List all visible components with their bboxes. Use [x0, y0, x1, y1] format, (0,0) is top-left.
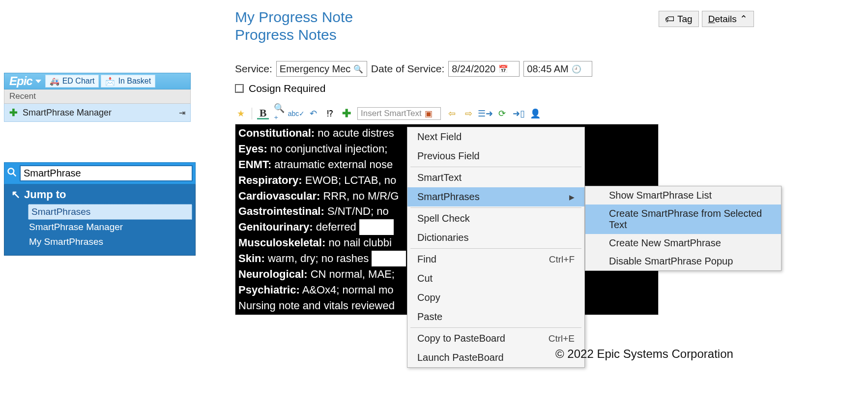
ctx-paste[interactable]: Paste: [407, 307, 584, 326]
context-menu: Next Field Previous Field SmartText Smar…: [407, 127, 585, 368]
ctx-previous-field[interactable]: Previous Field: [407, 146, 584, 166]
zoom-icon[interactable]: 🔍⁺: [274, 108, 286, 119]
smarttext-input[interactable]: Insert SmartText ▣: [357, 107, 441, 120]
ctx-copy-pasteboard[interactable]: Copy to PasteBoard Ctrl+E: [407, 329, 584, 348]
ed-chart-button[interactable]: 🚑 ED Chart: [45, 75, 99, 88]
tag-label: Tag: [677, 14, 693, 25]
import-icon[interactable]: ➜▯: [513, 108, 524, 119]
metadata-row: Service: Emergency Mec 🔍 Date of Service…: [235, 61, 756, 77]
dos-input[interactable]: 8/24/2020 📅: [448, 61, 520, 77]
ctx-spell-check[interactable]: Spell Check: [407, 209, 584, 228]
time-value: 08:45 AM: [527, 63, 569, 75]
bold-icon[interactable]: B: [257, 108, 269, 119]
ctx-smarttext[interactable]: SmartText: [407, 168, 584, 187]
smartphrase-manager-label: SmartPhrase Manager: [23, 108, 112, 118]
recent-header: Recent: [4, 89, 191, 104]
smartphrase-manager-row[interactable]: ✚ SmartPhrase Manager ⇥: [4, 104, 191, 122]
help-icon[interactable]: ⁉: [324, 108, 336, 119]
details-label: Details: [708, 14, 737, 25]
search-input[interactable]: [20, 165, 193, 181]
note-subtitle: Progress Notes: [235, 27, 756, 43]
jump-item-my-smartphrases[interactable]: My SmartPhrases: [4, 234, 195, 249]
mail-icon: 📩: [105, 77, 115, 86]
add-icon[interactable]: ✚: [341, 108, 352, 119]
smartphrases-submenu: Show SmartPhrase List Create SmartPhrase…: [585, 186, 781, 271]
ctx-separator: [410, 327, 581, 328]
ed-chart-label: ED Chart: [62, 77, 95, 86]
cosign-checkbox[interactable]: [235, 84, 244, 93]
ctx-separator: [410, 248, 581, 249]
service-value: Emergency Mec: [280, 63, 351, 75]
clock-icon[interactable]: 🕘: [572, 64, 581, 74]
epic-top-bar: Epic 🚑 ED Chart 📩 In Basket: [4, 73, 191, 89]
list-arrow-icon[interactable]: ☰➜: [479, 108, 491, 119]
epic-menu-dropdown-icon[interactable]: [35, 80, 41, 83]
ctx-show-smartphrase-list[interactable]: Show SmartPhrase List: [585, 186, 781, 205]
ctx-dictionaries[interactable]: Dictionaries: [407, 228, 584, 247]
jump-to-label: Jump to: [24, 188, 66, 201]
epic-sidebar: Epic 🚑 ED Chart 📩 In Basket Recent ✚ Sma…: [4, 73, 191, 122]
ctx-find[interactable]: Find Ctrl+F: [407, 250, 584, 269]
chevron-up-icon: ⌃: [740, 13, 748, 25]
search-bar: [4, 162, 196, 184]
pin-icon[interactable]: ⇥: [179, 108, 185, 117]
ctx-find-shortcut: Ctrl+F: [549, 254, 575, 265]
undo-icon[interactable]: ↶: [307, 108, 319, 119]
ctx-create-from-selected[interactable]: Create SmartPhrase from Selected Text: [585, 205, 781, 234]
search-icon: [7, 167, 17, 180]
ctx-next-field[interactable]: Next Field: [407, 127, 584, 146]
time-input[interactable]: 08:45 AM 🕘: [523, 61, 592, 77]
editor-toolbar: ★ B 🔍⁺ abc✓ ↶ ⁉ ✚ Insert SmartText ▣ ⇦ ⇨…: [235, 106, 756, 121]
smarttext-dropdown-icon[interactable]: ▣: [425, 109, 433, 119]
ctx-separator: [410, 167, 581, 167]
cursor-icon: ↖: [11, 188, 20, 201]
ctx-cut[interactable]: Cut: [407, 269, 584, 288]
tag-icon: 🏷: [665, 14, 674, 25]
ambulance-icon: 🚑: [50, 77, 59, 86]
svg-point-0: [8, 168, 14, 174]
jump-item-smartphrases[interactable]: SmartPhrases: [28, 204, 192, 220]
copyright-text: © 2022 Epic Systems Corporation: [555, 347, 733, 361]
search-panel: ↖ Jump to SmartPhrases SmartPhrase Manag…: [4, 162, 196, 256]
prev-arrow-icon[interactable]: ⇦: [446, 108, 458, 119]
details-button[interactable]: Details ⌃: [702, 11, 754, 27]
smarttext-placeholder: Insert SmartText: [361, 109, 422, 118]
epic-logo[interactable]: Epic: [4, 74, 35, 88]
in-basket-label: In Basket: [118, 77, 151, 86]
calendar-icon[interactable]: 📅: [498, 64, 508, 74]
tag-button[interactable]: 🏷 Tag: [659, 11, 699, 27]
ctx-smartphrases[interactable]: SmartPhrases ▶: [407, 187, 584, 206]
person-icon[interactable]: 👤: [529, 108, 541, 119]
ctx-disable-popup[interactable]: Disable SmartPhrase Popup: [585, 252, 781, 270]
submenu-arrow-icon: ▶: [569, 193, 575, 201]
ctx-separator: [410, 207, 581, 208]
service-label: Service:: [235, 63, 272, 75]
toolbar-separator: [252, 108, 252, 119]
favorite-icon[interactable]: ★: [235, 108, 247, 119]
refresh-icon[interactable]: ⟳: [496, 108, 508, 119]
jump-to-panel: ↖ Jump to SmartPhrases SmartPhrase Manag…: [4, 184, 196, 256]
ctx-create-new-smartphrase[interactable]: Create New SmartPhrase: [585, 234, 781, 252]
dos-value: 8/24/2020: [452, 63, 495, 75]
search-small-icon[interactable]: 🔍: [353, 64, 363, 74]
jump-item-smartphrase-manager[interactable]: SmartPhrase Manager: [4, 220, 195, 234]
cosign-row: Cosign Required: [235, 83, 756, 94]
spellcheck-icon[interactable]: abc✓: [290, 108, 302, 119]
ctx-copy[interactable]: Copy: [407, 288, 584, 307]
next-arrow-icon[interactable]: ⇨: [463, 108, 474, 119]
service-input[interactable]: Emergency Mec 🔍: [276, 61, 367, 77]
dos-label: Date of Service:: [371, 63, 444, 75]
jump-to-header: ↖ Jump to: [4, 187, 195, 204]
plus-icon: ✚: [9, 107, 18, 118]
ctx-copy-pb-shortcut: Ctrl+E: [549, 333, 575, 344]
svg-line-1: [13, 173, 16, 176]
top-actions: 🏷 Tag Details ⌃: [659, 11, 754, 27]
in-basket-button[interactable]: 📩 In Basket: [101, 75, 155, 88]
cosign-label: Cosign Required: [249, 83, 325, 94]
